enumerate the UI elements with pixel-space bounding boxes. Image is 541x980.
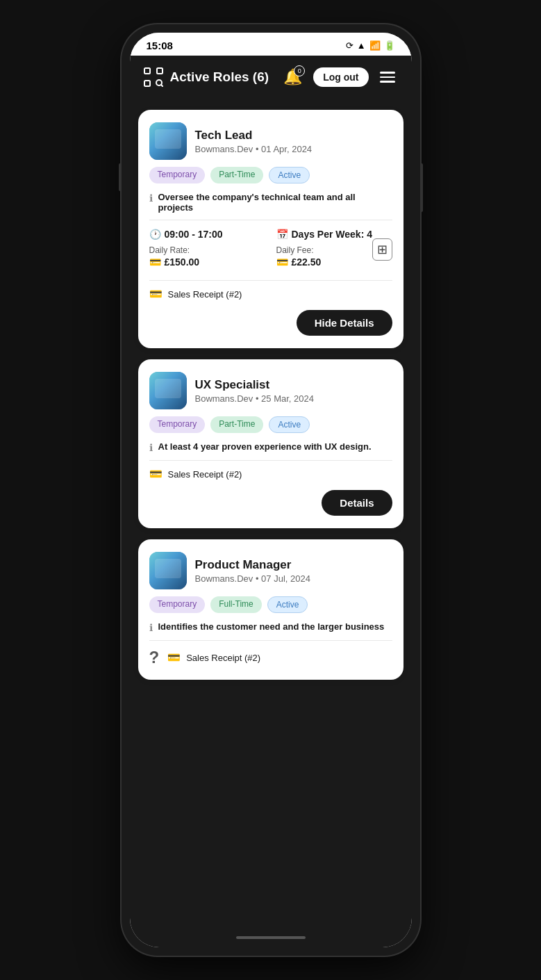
card-tags: Temporary Part-Time Active xyxy=(149,167,392,183)
scan-icon xyxy=(144,67,163,87)
tag-temporary: Temporary xyxy=(149,167,206,183)
daily-rate-label: Daily Rate: xyxy=(149,245,265,255)
details-button-ux[interactable]: Details xyxy=(322,490,392,516)
days-col: 📅 Days Per Week: 4 xyxy=(276,227,392,240)
receipt-row-pm: ? 💳 Sales Receipt (#2) xyxy=(149,648,392,667)
card-header: Tech Lead Bowmans.Dev • 01 Apr, 2024 xyxy=(149,122,392,160)
phone-frame: 15:08 ⟳ ▲ 📶 🔋 Active Roles (6) xyxy=(122,24,420,956)
daily-fee-amount: £22.50 xyxy=(292,256,322,268)
divider-pm xyxy=(149,640,392,641)
receipt-icon-ux: 💳 xyxy=(149,468,163,480)
battery-icon: 🔋 xyxy=(384,40,395,51)
receipt-row: 💳 Sales Receipt (#2) xyxy=(149,288,392,300)
tag-temporary-pm: Temporary xyxy=(149,596,206,613)
card-subtitle-pm: Bowmans.Dev • 07 Jul, 2024 xyxy=(195,573,310,584)
card-title-area: Tech Lead Bowmans.Dev • 01 Apr, 2024 xyxy=(195,129,313,154)
tag-active-pm: Active xyxy=(267,596,308,613)
signal-icon: 📶 xyxy=(369,40,381,51)
tag-full-time-pm: Full-Time xyxy=(210,596,262,613)
notification-button[interactable]: 🔔 0 xyxy=(281,65,305,89)
card-tags-pm: Temporary Full-Time Active xyxy=(149,596,392,613)
receipt-text-ux: Sales Receipt (#2) xyxy=(168,469,242,480)
svg-rect-1 xyxy=(157,68,163,74)
divider-2 xyxy=(149,280,392,281)
tag-part-time: Part-Time xyxy=(210,167,263,183)
role-card-tech-lead: Tech Lead Bowmans.Dev • 01 Apr, 2024 Tem… xyxy=(138,110,403,348)
card-footer: Hide Details xyxy=(149,310,392,336)
phone-screen: 15:08 ⟳ ▲ 📶 🔋 Active Roles (6) xyxy=(130,33,412,947)
info-icon-ux: ℹ xyxy=(149,442,153,453)
days-per-week: 📅 Days Per Week: 4 xyxy=(276,229,392,240)
card-tags-ux: Temporary Part-Time Active xyxy=(149,416,392,433)
header-right: 🔔 0 Log out xyxy=(281,65,397,89)
card-avatar-tech-lead xyxy=(149,122,187,160)
time-range-text: 09:00 - 17:00 xyxy=(165,229,223,240)
card-subtitle: Bowmans.Dev • 01 Apr, 2024 xyxy=(195,144,313,154)
tag-active: Active xyxy=(269,167,310,183)
daily-fee-col: Daily Fee: 💳 £22.50 xyxy=(276,245,392,268)
time-col: 🕐 09:00 - 17:00 xyxy=(149,227,265,240)
tag-part-time-ux: Part-Time xyxy=(210,416,263,433)
daily-rate-col: Daily Rate: 💳 £150.00 xyxy=(149,245,265,268)
days-per-week-text: Days Per Week: 4 xyxy=(292,229,372,240)
card-avatar-ux xyxy=(149,372,187,409)
svg-rect-2 xyxy=(144,81,150,86)
logout-button[interactable]: Log out xyxy=(313,67,368,87)
power-button xyxy=(420,163,423,212)
status-icons: ⟳ ▲ 📶 🔋 xyxy=(346,40,395,51)
daily-fee-label: Daily Fee: xyxy=(276,245,392,255)
card-subtitle-ux: Bowmans.Dev • 25 Mar, 2024 xyxy=(195,393,314,404)
content-area: Tech Lead Bowmans.Dev • 01 Apr, 2024 Tem… xyxy=(130,99,412,928)
receipt-text-pm: Sales Receipt (#2) xyxy=(186,653,260,663)
card-header-ux: UX Specialist Bowmans.Dev • 25 Mar, 2024 xyxy=(149,372,392,409)
time-range: 🕐 09:00 - 17:00 xyxy=(149,229,265,240)
tag-active-ux: Active xyxy=(269,416,310,433)
description-row-ux: ℹ At least 4 year proven experience with… xyxy=(149,441,392,453)
status-time: 15:08 xyxy=(147,40,173,51)
rate-icon: 💳 xyxy=(149,256,161,268)
receipt-row-ux: 💳 Sales Receipt (#2) xyxy=(149,468,392,480)
card-title-pm: Product Manager xyxy=(195,558,310,572)
card-title-ux: UX Specialist xyxy=(195,378,314,392)
daily-fee-value: 💳 £22.50 xyxy=(276,256,392,268)
description-row-pm: ℹ Identifies the customer need and the l… xyxy=(149,621,392,633)
divider xyxy=(149,220,392,220)
question-icon: ? xyxy=(149,648,160,667)
menu-line-2 xyxy=(380,76,395,79)
card-footer-ux: Details xyxy=(149,490,392,516)
schedule-grid: 🕐 09:00 - 17:00 📅 Days Per Week: 4 xyxy=(149,227,392,240)
wifi-icon: ▲ xyxy=(357,40,366,51)
volume-button xyxy=(119,163,122,191)
receipt-icon-pm: 💳 xyxy=(167,651,181,664)
status-bar: 15:08 ⟳ ▲ 📶 🔋 xyxy=(130,33,412,56)
tag-temporary-ux: Temporary xyxy=(149,416,206,433)
rotation-icon: ⟳ xyxy=(346,40,353,51)
card-title-area-pm: Product Manager Bowmans.Dev • 07 Jul, 20… xyxy=(195,558,310,584)
description-text: Oversee the company's technical team and… xyxy=(158,192,392,213)
receipt-text: Sales Receipt (#2) xyxy=(168,289,242,300)
card-title-area-ux: UX Specialist Bowmans.Dev • 25 Mar, 2024 xyxy=(195,378,314,404)
hamburger-menu-button[interactable] xyxy=(377,69,398,85)
description-text-pm: Identifies the customer need and the lar… xyxy=(158,621,385,632)
calendar-icon: 📅 xyxy=(276,229,288,240)
info-icon-pm: ℹ xyxy=(149,622,153,633)
menu-line-1 xyxy=(380,72,395,74)
bottom-bar xyxy=(130,928,412,947)
description-text-ux: At least 4 year proven experience with U… xyxy=(158,441,372,452)
hide-details-button[interactable]: Hide Details xyxy=(297,310,392,336)
menu-line-3 xyxy=(380,81,395,83)
rate-grid: Daily Rate: 💳 £150.00 Daily Fee: 💳 £22.5… xyxy=(149,245,392,268)
daily-rate-amount: £150.00 xyxy=(165,256,200,268)
svg-line-4 xyxy=(161,85,163,86)
receipt-icon: 💳 xyxy=(149,288,163,300)
divider-ux xyxy=(149,460,392,461)
header-left: Active Roles (6) xyxy=(144,67,269,87)
page-title: Active Roles (6) xyxy=(170,70,269,85)
info-icon: ℹ xyxy=(149,193,153,204)
role-card-product-manager: Product Manager Bowmans.Dev • 07 Jul, 20… xyxy=(138,539,403,680)
description-row: ℹ Oversee the company's technical team a… xyxy=(149,192,392,213)
daily-rate-value: 💳 £150.00 xyxy=(149,256,265,268)
app-header: Active Roles (6) 🔔 0 Log out xyxy=(130,56,412,99)
card-header-pm: Product Manager Bowmans.Dev • 07 Jul, 20… xyxy=(149,552,392,589)
card-title: Tech Lead xyxy=(195,129,313,142)
